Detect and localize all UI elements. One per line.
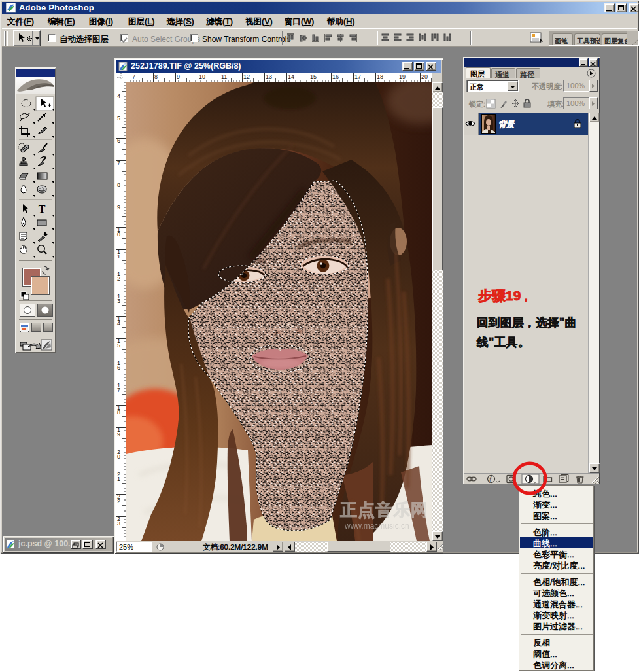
svg-text:f: f [489, 476, 492, 483]
svg-text:www.macmusic.cn: www.macmusic.cn [344, 522, 409, 531]
svg-text:T: T [39, 203, 46, 215]
svg-text:正点音乐网: 正点音乐网 [340, 500, 428, 520]
